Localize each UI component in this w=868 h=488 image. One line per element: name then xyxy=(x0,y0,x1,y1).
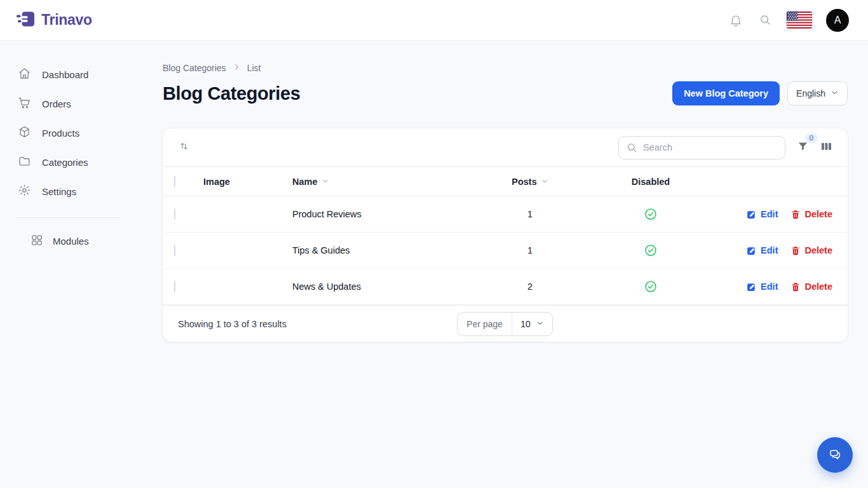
edit-icon xyxy=(746,245,757,256)
cell-actions: Edit Delete xyxy=(727,281,848,292)
select-all-checkbox[interactable] xyxy=(174,176,175,187)
enabled-check-icon xyxy=(644,243,658,257)
trash-icon xyxy=(790,281,801,292)
sidebar-divider xyxy=(15,217,121,218)
edit-button[interactable]: Edit xyxy=(746,281,778,292)
per-page-selector[interactable]: Per page 10 xyxy=(457,312,553,336)
new-blog-category-button[interactable]: New Blog Category xyxy=(672,81,780,105)
columns-toggle-button[interactable] xyxy=(820,140,832,155)
per-page-label: Per page xyxy=(458,313,512,336)
sidebar: Dashboard Orders Products xyxy=(0,41,153,488)
filter-button[interactable]: 0 xyxy=(797,140,809,155)
home-icon xyxy=(18,67,31,82)
sidebar-item-dashboard[interactable]: Dashboard xyxy=(0,60,153,89)
chat-bubbles-icon xyxy=(827,447,843,463)
chevron-down-icon xyxy=(831,88,839,98)
sidebar-item-label: Orders xyxy=(42,98,71,109)
edit-label: Edit xyxy=(761,281,778,292)
language-selector-value: English xyxy=(796,88,825,98)
search-icon[interactable] xyxy=(757,13,773,28)
cell-posts: 1 xyxy=(485,245,574,255)
sidebar-item-categories[interactable]: Categories xyxy=(0,147,153,177)
topbar-actions: A xyxy=(728,9,849,32)
header-actions: New Blog Category English xyxy=(672,81,848,105)
cell-actions: Edit Delete xyxy=(727,245,848,256)
cell-name: Product Reviews xyxy=(282,209,485,219)
box-icon xyxy=(18,125,31,140)
chat-button[interactable] xyxy=(817,437,853,473)
chevron-down-icon xyxy=(541,177,548,187)
table-toolbar: 0 xyxy=(163,128,848,166)
search-input[interactable] xyxy=(618,136,785,159)
trinavo-logo-icon xyxy=(17,10,36,31)
cell-disabled xyxy=(574,243,727,257)
column-header-image: Image xyxy=(193,177,282,187)
delete-button[interactable]: Delete xyxy=(790,245,832,256)
edit-label: Edit xyxy=(761,209,778,219)
main-content: Blog Categories List Blog Categories New… xyxy=(153,41,868,488)
breadcrumb-item[interactable]: Blog Categories xyxy=(163,63,226,73)
chevron-down-icon xyxy=(322,177,329,187)
sidebar-item-label: Modules xyxy=(53,236,89,247)
gear-icon xyxy=(18,184,31,199)
cell-disabled xyxy=(574,207,727,221)
sidebar-item-modules[interactable]: Modules xyxy=(0,227,153,255)
columns-icon xyxy=(820,140,832,152)
search-icon xyxy=(626,142,638,154)
title-row: Blog Categories New Blog Category Englis… xyxy=(163,81,848,105)
column-header-name[interactable]: Name xyxy=(282,177,485,187)
cell-posts: 1 xyxy=(485,209,574,219)
brand-name: Trinavo xyxy=(41,11,92,29)
sidebar-item-settings[interactable]: Settings xyxy=(0,177,153,206)
sidebar-item-label: Settings xyxy=(42,186,76,197)
delete-label: Delete xyxy=(804,245,832,255)
cell-actions: Edit Delete xyxy=(727,209,848,220)
breadcrumb-item-current: List xyxy=(247,63,261,73)
language-selector[interactable]: English xyxy=(787,81,848,105)
column-header-name-label: Name xyxy=(292,177,318,187)
chevron-right-icon xyxy=(233,63,241,73)
edit-label: Edit xyxy=(761,245,778,255)
trash-icon xyxy=(790,245,801,256)
delete-label: Delete xyxy=(804,281,832,292)
edit-icon xyxy=(746,281,757,292)
edit-button[interactable]: Edit xyxy=(746,209,778,220)
page-layout: Dashboard Orders Products xyxy=(0,41,868,488)
table-search xyxy=(618,136,785,159)
bell-icon[interactable] xyxy=(728,13,743,28)
table-row[interactable]: Product Reviews 1 Edit xyxy=(163,196,848,233)
row-checkbox[interactable] xyxy=(174,281,175,292)
topbar: Trinavo xyxy=(0,0,868,41)
table-row[interactable]: News & Updates 2 Edit xyxy=(163,269,848,305)
cell-name: News & Updates xyxy=(282,281,485,292)
edit-button[interactable]: Edit xyxy=(746,245,778,256)
cell-name: Tips & Guides xyxy=(282,245,485,255)
grid-icon xyxy=(31,234,43,248)
cell-posts: 2 xyxy=(485,281,574,292)
delete-label: Delete xyxy=(804,209,832,219)
page-title: Blog Categories xyxy=(163,83,300,104)
breadcrumb: Blog Categories List xyxy=(163,63,848,73)
delete-button[interactable]: Delete xyxy=(790,281,832,292)
row-checkbox[interactable] xyxy=(174,208,175,220)
avatar[interactable]: A xyxy=(826,9,849,32)
table-card: 0 Image Name xyxy=(163,128,848,342)
per-page-value: 10 xyxy=(520,319,531,329)
sidebar-item-label: Products xyxy=(42,128,79,139)
sidebar-item-products[interactable]: Products xyxy=(0,118,153,147)
table-row[interactable]: Tips & Guides 1 Edit xyxy=(163,233,848,269)
delete-button[interactable]: Delete xyxy=(790,209,832,220)
sort-icon[interactable] xyxy=(178,140,191,155)
brand-logo[interactable]: Trinavo xyxy=(17,10,92,31)
row-checkbox[interactable] xyxy=(174,245,175,256)
chevron-down-icon xyxy=(536,319,545,329)
trash-icon xyxy=(790,209,801,220)
cart-icon xyxy=(18,96,31,111)
toolbar-right: 0 xyxy=(618,136,832,159)
language-flag-us[interactable] xyxy=(787,11,812,29)
table-header-row: Image Name Posts Disabled xyxy=(163,166,848,196)
sidebar-item-orders[interactable]: Orders xyxy=(0,89,153,118)
edit-icon xyxy=(746,209,757,220)
column-header-posts[interactable]: Posts xyxy=(485,177,574,187)
folder-icon xyxy=(18,154,31,170)
